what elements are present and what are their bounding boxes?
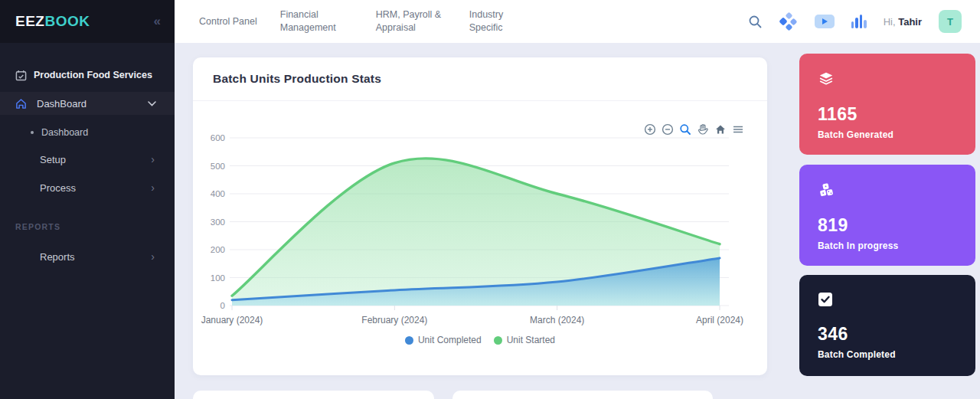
partial-card-right bbox=[452, 391, 713, 399]
video-play-icon[interactable] bbox=[815, 15, 835, 28]
stat-label: Batch In progress bbox=[818, 240, 957, 251]
bullet-icon bbox=[31, 131, 34, 134]
stat-label: Batch Generated bbox=[818, 129, 957, 140]
chevron-right-icon: › bbox=[151, 153, 155, 165]
bar-chart-icon[interactable] bbox=[851, 15, 867, 28]
nav-item-control-panel[interactable]: Control Panel bbox=[199, 15, 257, 28]
sidebar-section-heading: REPORTS bbox=[15, 222, 60, 231]
svg-text:600: 600 bbox=[211, 133, 225, 142]
svg-text:0: 0 bbox=[220, 301, 225, 310]
sidebar-item-dashboard-parent[interactable]: DashBoard bbox=[0, 92, 175, 115]
legend-label: Unit Started bbox=[507, 335, 555, 345]
pan-icon[interactable] bbox=[697, 123, 709, 136]
nav-item-industry-specific[interactable]: Industry Specific bbox=[469, 8, 517, 34]
svg-text:February (2024): February (2024) bbox=[361, 315, 427, 325]
top-navigation: Control Panel Financial Management HRM, … bbox=[175, 8, 517, 34]
calendar-check-icon bbox=[15, 70, 27, 81]
legend-dot-blue bbox=[405, 336, 413, 345]
sidebar: EEZBOOK « Production Food Services DashB… bbox=[0, 0, 175, 399]
nav-item-hrm-payroll[interactable]: HRM, Payroll & Appraisal bbox=[376, 8, 446, 34]
sidebar-module-title[interactable]: Production Food Services bbox=[0, 64, 175, 86]
sidebar-item-dashboard[interactable]: Dashboard bbox=[0, 121, 175, 144]
selection-zoom-icon[interactable] bbox=[679, 123, 691, 136]
stat-card-batch-generated: 1165 Batch Generated bbox=[799, 54, 975, 155]
user-greeting: Hi, Tahir bbox=[884, 16, 922, 28]
chart-legend: Unit Completed Unit Started bbox=[193, 335, 767, 345]
legend-label: Unit Completed bbox=[418, 335, 482, 345]
svg-text:March (2024): March (2024) bbox=[530, 315, 584, 325]
legend-item-unit-completed[interactable]: Unit Completed bbox=[405, 335, 482, 345]
topbar: Control Panel Financial Management HRM, … bbox=[175, 0, 980, 43]
sidebar-item-reports[interactable]: Reports › bbox=[0, 245, 175, 268]
svg-text:200: 200 bbox=[211, 245, 225, 254]
dice-icon bbox=[818, 182, 835, 198]
sidebar-item-label: Dashboard bbox=[41, 127, 88, 138]
stat-value: 346 bbox=[818, 324, 957, 345]
logo-text-primary: EEZ bbox=[15, 13, 44, 29]
zoom-in-icon[interactable] bbox=[644, 123, 656, 136]
sidebar-item-setup[interactable]: Setup › bbox=[0, 148, 175, 171]
logo-text-secondary: BOOK bbox=[44, 13, 90, 29]
sidebar-collapse-icon[interactable]: « bbox=[154, 14, 161, 29]
chevron-right-icon: › bbox=[151, 182, 155, 194]
sidebar-item-label: Reports bbox=[40, 251, 75, 263]
stat-label: Batch Completed bbox=[818, 349, 957, 360]
sidebar-item-label: Process bbox=[40, 182, 76, 194]
sidebar-item-label: DashBoard bbox=[37, 98, 87, 110]
stat-value: 819 bbox=[818, 215, 957, 236]
stat-card-batch-completed: 346 Batch Completed bbox=[799, 275, 975, 376]
svg-text:100: 100 bbox=[211, 273, 225, 283]
svg-text:500: 500 bbox=[211, 162, 225, 171]
avatar[interactable]: T bbox=[939, 10, 962, 33]
sidebar-item-process[interactable]: Process › bbox=[0, 176, 175, 199]
svg-text:400: 400 bbox=[211, 189, 225, 198]
svg-text:300: 300 bbox=[211, 217, 225, 227]
sidebar-item-label: Setup bbox=[40, 154, 66, 165]
zoom-out-icon[interactable] bbox=[662, 123, 674, 136]
partial-card-left bbox=[193, 391, 434, 399]
nav-item-financial-management[interactable]: Financial Management bbox=[280, 8, 353, 34]
svg-text:April (2024): April (2024) bbox=[696, 315, 743, 325]
reset-zoom-home-icon[interactable] bbox=[714, 123, 727, 136]
svg-text:January (2024): January (2024) bbox=[201, 315, 263, 325]
user-name: Tahir bbox=[898, 16, 922, 28]
layers-icon bbox=[818, 70, 835, 87]
app-logo[interactable]: EEZBOOK bbox=[15, 13, 90, 30]
chart-toolbar bbox=[644, 123, 744, 136]
chevron-down-icon bbox=[148, 101, 156, 106]
check-square-icon bbox=[818, 292, 833, 307]
stat-value: 1165 bbox=[818, 104, 957, 125]
menu-icon[interactable] bbox=[732, 123, 744, 136]
chart-card: Batch Units Production Stats bbox=[193, 57, 767, 375]
area-chart[interactable]: 0100200300400500600January (2024)Februar… bbox=[193, 57, 767, 375]
home-icon bbox=[15, 98, 27, 110]
topbar-right: Hi, Tahir T bbox=[748, 10, 980, 33]
apps-diamond-icon[interactable] bbox=[779, 12, 798, 31]
legend-item-unit-started[interactable]: Unit Started bbox=[494, 335, 555, 345]
sidebar-logo-row: EEZBOOK « bbox=[0, 0, 175, 43]
stat-card-batch-in-progress: 819 Batch In progress bbox=[799, 165, 975, 266]
sidebar-module-title-label: Production Food Services bbox=[34, 70, 152, 80]
chevron-right-icon: › bbox=[151, 250, 155, 263]
legend-dot-green bbox=[494, 336, 502, 345]
search-icon[interactable] bbox=[748, 15, 763, 29]
